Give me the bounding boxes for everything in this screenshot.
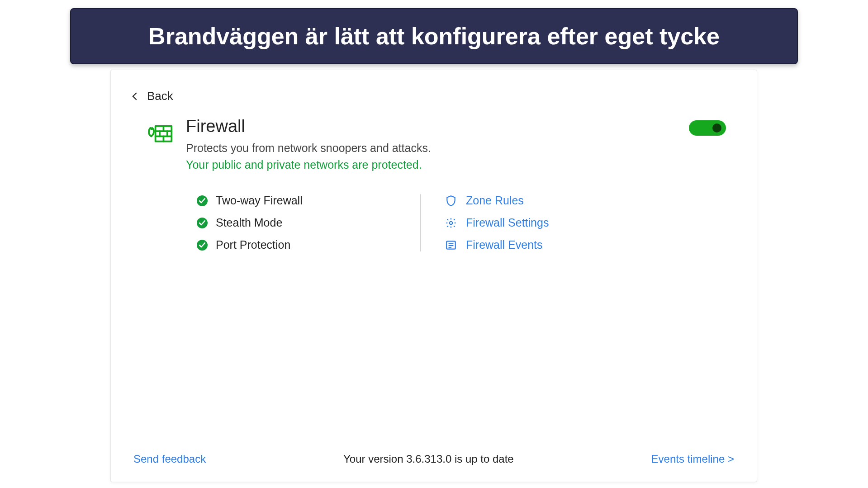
features-column: Two-way Firewall Stealth Mode Port Prote… [197, 194, 396, 251]
firewall-title: Firewall [186, 117, 689, 136]
page-banner: Brandväggen är lätt att konfigurera efte… [70, 8, 798, 64]
firewall-icon [146, 118, 173, 146]
chevron-left-icon [133, 92, 140, 100]
check-icon [197, 195, 208, 206]
firewall-header-text: Firewall Protects you from network snoop… [186, 117, 689, 171]
firewall-header: Firewall Protects you from network snoop… [111, 103, 757, 171]
firewall-toggle[interactable] [689, 120, 726, 136]
feature-stealth: Stealth Mode [197, 216, 396, 229]
version-text: Your version 3.6.313.0 is up to date [343, 453, 514, 465]
firewall-status: Your public and private networks are pro… [186, 158, 689, 171]
shield-icon [445, 195, 457, 207]
link-firewall-settings[interactable]: Firewall Settings [445, 216, 549, 229]
links-column: Zone Rules Firewall Settings [445, 194, 549, 251]
events-timeline-link[interactable]: Events timeline > [651, 453, 734, 465]
column-divider [420, 194, 421, 251]
firewall-columns: Two-way Firewall Stealth Mode Port Prote… [197, 194, 757, 251]
link-zone-rules[interactable]: Zone Rules [445, 194, 549, 207]
firewall-panel: Back Firewall Protects you from network … [110, 70, 757, 482]
link-label: Zone Rules [466, 194, 524, 207]
check-icon [197, 240, 208, 251]
link-label: Firewall Events [466, 238, 543, 251]
list-icon [445, 239, 457, 251]
feature-port: Port Protection [197, 238, 396, 251]
feature-label: Stealth Mode [216, 216, 282, 229]
link-label: Firewall Settings [466, 216, 549, 229]
firewall-subtitle: Protects you from network snoopers and a… [186, 142, 689, 155]
send-feedback-link[interactable]: Send feedback [133, 453, 206, 465]
panel-footer: Send feedback Your version 3.6.313.0 is … [111, 453, 757, 482]
banner-title: Brandväggen är lätt att konfigurera efte… [148, 23, 720, 49]
check-icon [197, 218, 208, 228]
link-firewall-events[interactable]: Firewall Events [445, 238, 549, 251]
toggle-knob [712, 123, 721, 133]
back-button[interactable]: Back [111, 70, 173, 103]
gear-icon [445, 217, 457, 229]
feature-label: Port Protection [216, 238, 290, 251]
svg-point-7 [450, 221, 453, 224]
back-label: Back [147, 89, 173, 103]
feature-two-way: Two-way Firewall [197, 194, 396, 207]
feature-label: Two-way Firewall [216, 194, 303, 207]
